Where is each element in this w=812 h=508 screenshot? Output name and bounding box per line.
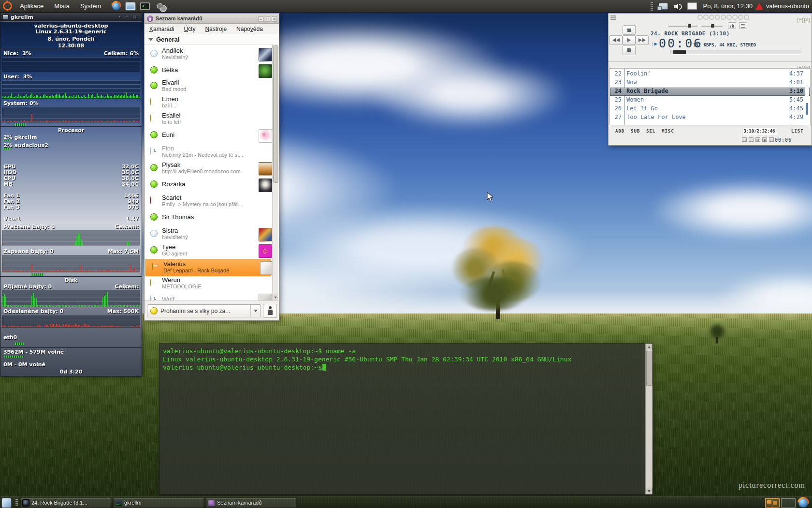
buddy-row[interactable]: Wulf [145, 292, 272, 300]
list-button[interactable]: LIST [791, 129, 804, 134]
menu-applications[interactable]: Aplikace [14, 0, 49, 12]
playlist-row[interactable]: 27 Too Late For Love 4:29 [610, 114, 810, 122]
menu-buddies[interactable]: Kamarádi [145, 26, 179, 32]
visualizer-button[interactable] [728, 22, 736, 29]
misc-button[interactable]: MISC [662, 129, 674, 134]
buddy-row[interactable]: Bětka [145, 62, 272, 79]
buddy-list-scrollbar[interactable] [272, 45, 278, 300]
firefox-icon[interactable] [111, 1, 121, 11]
notification-area-grip[interactable] [651, 2, 653, 11]
sub-button[interactable]: SUB [631, 129, 640, 134]
sel-button[interactable]: SEL [646, 129, 655, 134]
menu-accounts[interactable]: Účty [179, 26, 200, 32]
buddy-row[interactable]: Finn Nečinný 21m - Nedovol,aby tě st... [145, 144, 272, 160]
buddy-row[interactable]: Tyee GC agilent [145, 242, 272, 259]
terminal-window[interactable]: valerius-ubuntu@valerius-ubuntu-desktop:… [160, 344, 652, 494]
show-desktop-button[interactable] [1, 498, 12, 508]
workspace-2[interactable] [781, 498, 796, 508]
volume-slider[interactable] [668, 26, 697, 27]
disk-read-chart[interactable] [2, 230, 140, 246]
next-button[interactable] [636, 35, 649, 45]
gkrellm-titlebar[interactable]: gkrellm · · ∷ [0, 13, 142, 21]
taskbar-task-gkrellm[interactable]: gkrellm [113, 498, 204, 508]
volume-icon[interactable] [673, 1, 682, 11]
buddy-row[interactable]: Rozárka [145, 177, 272, 193]
buddy-row[interactable]: Emen bzííí... [145, 94, 272, 111]
cpu-user-chart[interactable] [2, 80, 140, 99]
scrollbar-thumb[interactable] [806, 103, 808, 115]
scroll-down-button[interactable] [646, 488, 652, 494]
buddy-row[interactable]: Elvaril Bad mood [145, 78, 272, 94]
menu-system[interactable]: Systém [75, 0, 106, 12]
mini-stop-button[interactable]: ■ [762, 137, 767, 142]
seek-handle[interactable] [673, 50, 686, 54]
network-icon[interactable] [658, 1, 668, 11]
buddy-row[interactable]: Sir Thomas [145, 209, 272, 226]
mini-previous-button[interactable]: ◂◂ [742, 137, 747, 142]
scrollbar-thumb[interactable] [646, 351, 652, 386]
gkrellm-date[interactable]: 8. únor, Pondělí [0, 36, 142, 42]
playlist-row[interactable]: 25 Women 5:45 [610, 96, 810, 105]
playlist-titlebar[interactable] [609, 61, 812, 69]
disk-panel-label[interactable]: Disk [0, 277, 142, 284]
playlist-toggle-button[interactable] [739, 22, 747, 29]
gears-icon[interactable] [155, 1, 164, 11]
menu-help[interactable]: Nápověda [232, 26, 268, 32]
previous-button[interactable] [609, 35, 623, 45]
buddy-row[interactable]: Sistra Neviditelný [145, 226, 272, 242]
pidgin-titlebar[interactable]: Seznam kamarádů –□× [145, 14, 279, 24]
gkrellm-clock[interactable]: 12.30:08 [0, 43, 142, 49]
pidgin-window-buttons[interactable]: –□× [257, 15, 277, 22]
gkrellm-titlebar-buttons[interactable]: · · ∷ [118, 15, 139, 20]
buddy-row[interactable]: Werun METODOLOGIE [145, 275, 272, 292]
menu-tools[interactable]: Nástroje [200, 26, 232, 32]
ubuntu-logo-icon[interactable] [2, 1, 12, 11]
menu-places[interactable]: Místa [49, 0, 75, 12]
taskbar-task-audacious[interactable]: 24. Rock Brigade (3:1... [20, 498, 111, 508]
playlist-scrollbar[interactable] [805, 69, 809, 124]
net-tx-chart[interactable] [2, 315, 140, 328]
terminal-scrollbar[interactable] [645, 344, 652, 494]
net-rx-chart[interactable] [2, 290, 140, 307]
buddy-row[interactable]: Scarlet Emily -> Mystery na co jsou přát… [145, 193, 272, 209]
buddy-row[interactable]: Andílek Neviditelný [145, 46, 272, 62]
cpu-nice-chart[interactable] [2, 57, 140, 72]
stop-button[interactable] [623, 25, 636, 35]
buddy-row[interactable]: Esailel to to letí [145, 111, 272, 127]
mail-icon[interactable] [687, 1, 697, 11]
player-window-buttons[interactable]: □× [796, 15, 810, 24]
seek-bar[interactable] [670, 50, 801, 55]
mini-play-button[interactable]: ▸ [749, 137, 754, 142]
pause-button[interactable] [623, 45, 636, 55]
mini-pause-button[interactable]: ▮▮ [755, 137, 760, 142]
scrollbar-thumb[interactable] [273, 45, 278, 183]
buddy-row[interactable]: Plysak http://LadyEllien0.mondozoo.com [145, 160, 272, 177]
mini-next-button[interactable]: ▸▸ [769, 137, 774, 142]
hamburger-menu-icon[interactable] [610, 15, 616, 20]
add-button[interactable]: ADD [615, 129, 624, 134]
scroll-up-button[interactable] [646, 344, 652, 350]
user-menu[interactable]: valerius-ubuntu [766, 2, 809, 10]
playlist-row[interactable]: 23 Now 4:01 [610, 79, 810, 87]
net-interface-label[interactable]: eth0 [3, 334, 17, 341]
group-header-general[interactable]: General [145, 34, 279, 45]
taskbar-grip[interactable] [15, 499, 18, 507]
disk-write-chart[interactable] [2, 255, 140, 272]
terminal-icon[interactable]: >_ [140, 1, 150, 11]
firefox-icon[interactable] [798, 498, 808, 508]
workspace-1[interactable] [765, 498, 780, 508]
cpu-system-chart[interactable] [2, 107, 140, 122]
buddy-icon-button[interactable] [263, 304, 277, 318]
status-dropdown-button[interactable] [250, 305, 261, 317]
panel-clock[interactable]: Po, 8. únor, 12:30 [703, 2, 753, 10]
playlist-row-selected[interactable]: 24 Rock Brigade 3:10 [610, 88, 810, 96]
taskbar-task-pidgin[interactable]: Seznam kamarádů [206, 498, 297, 508]
playlist-row[interactable]: 22 Foolin' 4:37 [610, 70, 810, 78]
warning-icon[interactable] [755, 3, 763, 10]
play-button[interactable] [623, 35, 636, 45]
scrollbar-down-button[interactable] [273, 294, 278, 300]
buddy-row[interactable]: Euni [145, 127, 272, 144]
balance-slider[interactable] [701, 26, 723, 27]
playlist-row[interactable]: 26 Let It Go 4:45 [610, 105, 810, 113]
buddy-row-selected[interactable]: Valerius Def Leppard - Rock Brigade [145, 259, 271, 276]
